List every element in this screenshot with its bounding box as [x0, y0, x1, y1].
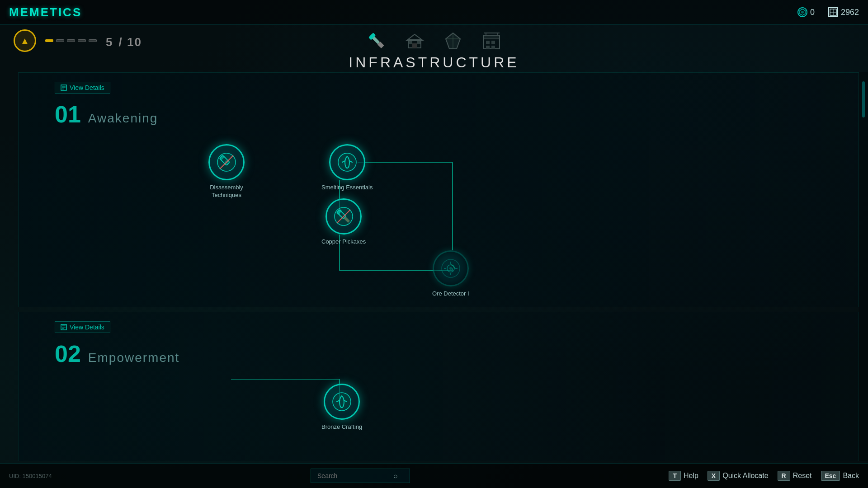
svg-rect-17: [484, 35, 500, 39]
tech-tree-01: Disassembly Techniques: [55, 140, 822, 298]
svg-rect-12: [417, 41, 420, 44]
help-key: T: [669, 471, 681, 481]
scroll-thumb: [862, 81, 865, 117]
bottom-controls: T Help X Quick Allocate R Reset Esc Back: [669, 471, 859, 481]
pip-5: [89, 39, 97, 42]
tier-02-number: 02: [55, 342, 81, 366]
exp-icon: [828, 7, 838, 17]
pip-3: [67, 39, 75, 42]
svg-rect-21: [491, 46, 495, 49]
tier-section-02: View Details 02 Empowerment: [18, 312, 859, 461]
level-pips: [45, 39, 97, 42]
tier-01-header: View Details: [55, 82, 822, 94]
level-display: 5 / 10: [106, 31, 142, 50]
scroll-indicator[interactable]: [859, 72, 868, 461]
view-details-02[interactable]: View Details: [55, 321, 110, 333]
bronze-label: Bronze Crafting: [321, 423, 362, 431]
search-box[interactable]: ⌕: [311, 469, 410, 483]
tier-02-header: View Details: [55, 321, 822, 333]
ore-detector-circle: [433, 250, 469, 286]
back-label: Back: [843, 472, 859, 480]
category-icon-2[interactable]: [441, 28, 466, 53]
quick-allocate-label: Quick Allocate: [722, 472, 768, 480]
category-icon-1[interactable]: [402, 28, 427, 53]
view-details-01-label: View Details: [70, 84, 104, 91]
view-details-01[interactable]: View Details: [55, 82, 110, 94]
reset-label: Reset: [793, 472, 812, 480]
category-icons: [364, 27, 504, 54]
search-icon: ⌕: [393, 472, 398, 480]
tech-tree-02: Bronze Crafting: [55, 379, 822, 461]
svg-rect-10: [412, 43, 417, 48]
help-button[interactable]: T Help: [669, 471, 698, 481]
reset-button[interactable]: R Reset: [778, 471, 812, 481]
tier-01-name: Awakening: [88, 111, 158, 126]
svg-point-1: [801, 11, 804, 14]
reset-key: R: [778, 471, 790, 481]
node-smelting[interactable]: Smelting Essentials: [321, 144, 373, 192]
svg-rect-11: [409, 41, 412, 44]
help-label: Help: [684, 472, 698, 480]
smelting-circle: [329, 144, 365, 180]
disassembly-circle: [208, 144, 245, 180]
category-icon-0[interactable]: [364, 28, 389, 53]
currency-icon: [797, 7, 807, 17]
tier-01-number: 01: [55, 103, 81, 126]
currency-value: 0: [810, 8, 815, 17]
quick-allocate-button[interactable]: X Quick Allocate: [708, 471, 769, 481]
bottom-bar: UID: 150015074 ⌕ T Help X Quick Allocate…: [0, 463, 868, 488]
back-button[interactable]: Esc Back: [821, 471, 859, 481]
level-current: 5: [106, 35, 113, 49]
tier-02-name: Empowerment: [88, 351, 180, 365]
svg-rect-20: [486, 46, 490, 49]
node-copper-pickaxes[interactable]: Copper Pickaxes: [321, 198, 366, 246]
node-disassembly[interactable]: Disassembly Techniques: [208, 144, 245, 199]
tier-section-01: View Details 01 Awakening: [18, 72, 859, 307]
currency-resource: 0: [797, 7, 815, 17]
disassembly-label: Disassembly Techniques: [210, 184, 243, 199]
copper-label: Copper Pickaxes: [321, 238, 366, 246]
svg-rect-19: [491, 41, 495, 44]
connector-lines-02: [55, 379, 822, 461]
svg-point-48: [449, 267, 452, 270]
ore-detector-label: Ore Detector I: [432, 290, 469, 298]
pip-4: [78, 39, 86, 42]
exp-resource: 2962: [828, 7, 859, 17]
view-details-02-label: View Details: [70, 324, 104, 331]
app-title: MEMETICS: [9, 5, 82, 19]
node-bronze-crafting[interactable]: Bronze Crafting: [321, 384, 362, 431]
top-bar: MEMETICS 0 29: [0, 0, 868, 25]
smelting-label: Smelting Essentials: [321, 184, 373, 192]
quick-allocate-key: X: [708, 471, 720, 481]
uid-text: UID: 150015074: [9, 473, 52, 479]
section-title: INFRASTRUCTURE: [349, 54, 519, 71]
pip-2: [56, 39, 64, 42]
search-input[interactable]: [317, 472, 390, 479]
level-separator: /: [118, 35, 127, 49]
node-ore-detector[interactable]: Ore Detector I: [432, 250, 469, 298]
back-key: Esc: [821, 471, 840, 481]
level-max: 10: [127, 35, 142, 49]
top-resources: 0 2962: [797, 7, 859, 17]
level-icon: [14, 29, 36, 52]
pip-1: [45, 39, 53, 42]
bronze-circle: [324, 384, 360, 420]
copper-circle: [326, 198, 362, 235]
svg-rect-18: [486, 41, 490, 44]
main-area[interactable]: View Details 01 Awakening: [0, 72, 859, 461]
exp-value: 2962: [841, 8, 859, 17]
category-icon-3[interactable]: [479, 28, 504, 53]
